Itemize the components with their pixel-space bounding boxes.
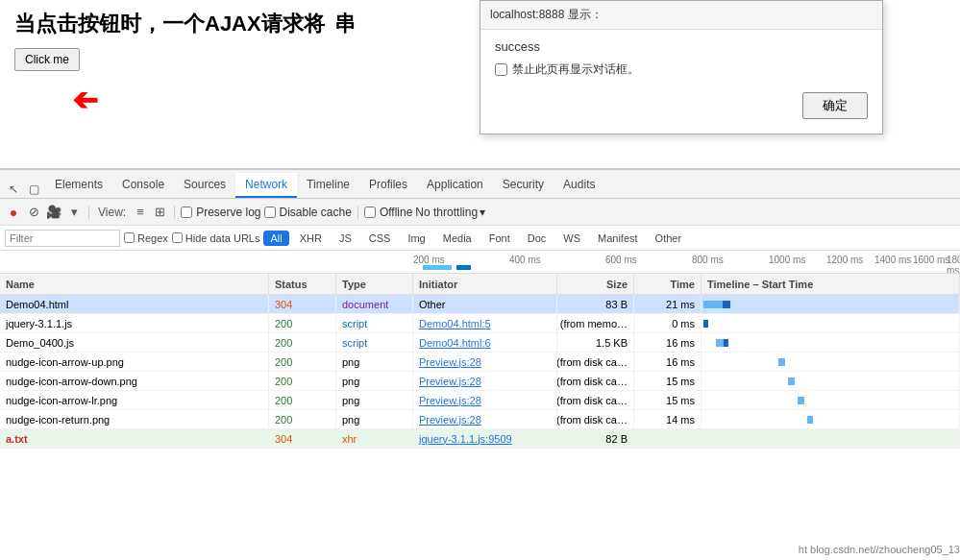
cell-timeline: [702, 410, 960, 428]
filter-manifest-button[interactable]: Manifest: [591, 231, 645, 246]
header-status[interactable]: Status: [269, 274, 336, 294]
hide-data-urls-label[interactable]: Hide data URLs: [172, 232, 260, 244]
filter-media-button[interactable]: Media: [436, 231, 479, 246]
filter-icon[interactable]: ▾: [65, 204, 83, 221]
timeline-preview-bar2: [456, 265, 471, 270]
table-row[interactable]: Demo04.html 304 document Other 83 B 21 m…: [0, 295, 960, 314]
filter-row: Regex Hide data URLs All XHR JS CSS Img …: [0, 226, 960, 251]
camera-icon[interactable]: 🎥: [45, 204, 62, 221]
table-row[interactable]: jquery-3.1.1.js 200 script Demo04.html:5…: [0, 314, 960, 333]
alert-dialog: localhost:8888 显示： success 禁止此页再显示对话框。 确…: [480, 0, 883, 134]
dialog-checkbox-row[interactable]: 禁止此页再显示对话框。: [495, 61, 868, 78]
view-icons: ≡ ⊞: [132, 204, 168, 221]
dialog-checkbox-label: 禁止此页再显示对话框。: [512, 61, 639, 78]
filter-xhr-button[interactable]: XHR: [293, 231, 329, 246]
table-row-atxt[interactable]: a.txt 304 xhr jquery-3.1.1.js:9509 82 B: [0, 429, 960, 449]
header-name[interactable]: Name: [0, 274, 269, 294]
cell-type: script: [336, 314, 413, 332]
cell-size: 83 B: [557, 295, 634, 313]
preserve-log-label[interactable]: Preserve log: [181, 206, 260, 219]
header-timeline[interactable]: Timeline – Start Time: [702, 274, 960, 294]
preserve-log-checkbox[interactable]: [181, 207, 192, 218]
header-time[interactable]: Time: [634, 274, 702, 294]
offline-checkbox[interactable]: [364, 207, 376, 218]
filter-input[interactable]: [5, 230, 120, 247]
cell-size: (from disk ca…: [557, 372, 634, 390]
cell-name: a.txt: [0, 429, 269, 448]
dialog-ok-button[interactable]: 确定: [802, 92, 868, 119]
regex-label[interactable]: Regex: [124, 232, 168, 244]
stop-button[interactable]: ⊘: [25, 204, 42, 221]
cell-status: 200: [269, 314, 336, 332]
cell-timeline: [702, 353, 960, 371]
tab-elements[interactable]: Elements: [45, 173, 112, 198]
tab-profiles[interactable]: Profiles: [359, 173, 417, 198]
header-size[interactable]: Size: [557, 274, 634, 294]
filter-doc-button[interactable]: Doc: [521, 231, 554, 246]
cell-initiator: Preview.js:28: [413, 353, 557, 371]
network-table: Name Status Type Initiator Size Time Tim…: [0, 274, 960, 560]
dialog-btn-row: 确定: [495, 92, 868, 124]
filter-js-button[interactable]: JS: [332, 231, 358, 246]
filter-font-button[interactable]: Font: [482, 231, 517, 246]
timeline-bar: [788, 377, 795, 385]
list-view-icon[interactable]: ≡: [132, 204, 149, 221]
tab-sources[interactable]: Sources: [174, 173, 235, 198]
filter-img-button[interactable]: Img: [401, 231, 431, 246]
cell-time: 15 ms: [634, 372, 702, 390]
tab-network[interactable]: Network: [235, 173, 297, 198]
tab-application[interactable]: Application: [417, 173, 493, 198]
offline-label[interactable]: Offline: [364, 206, 412, 219]
toolbar-sep2: [174, 206, 175, 219]
devtools-icon-square[interactable]: ▢: [25, 181, 42, 198]
cell-type: png: [336, 391, 413, 409]
regex-checkbox[interactable]: [124, 232, 135, 243]
devtools-icon-cursor[interactable]: ↖: [5, 181, 22, 198]
timeline-bar: [703, 320, 708, 328]
filter-ws-button[interactable]: WS: [556, 231, 587, 246]
dialog-success-text: success: [495, 39, 868, 54]
table-row[interactable]: nudge-icon-arrow-down.png 200 png Previe…: [0, 372, 960, 391]
table-row[interactable]: nudge-icon-arrow-lr.png 200 png Preview.…: [0, 391, 960, 410]
cell-time: 0 ms: [634, 314, 702, 332]
cell-initiator: Other: [413, 295, 557, 313]
disable-cache-checkbox[interactable]: [264, 207, 276, 218]
large-view-icon[interactable]: ⊞: [151, 204, 168, 221]
cell-type: document: [336, 295, 413, 313]
webpage-area: 当点击按钮时，一个AJAX请求将串 Click me ➔ localhost:8…: [0, 0, 960, 168]
dialog-no-show-checkbox[interactable]: [495, 63, 507, 76]
cell-size: (from memo…: [557, 314, 634, 332]
record-button[interactable]: ●: [5, 204, 22, 221]
cell-timeline: [702, 372, 960, 390]
timeline-bar: [778, 358, 785, 366]
timeline-400ms: 400 ms: [509, 255, 541, 265]
toolbar-sep3: [357, 206, 358, 219]
dialog-header: localhost:8888 显示：: [480, 1, 882, 30]
cell-status: 200: [269, 353, 336, 371]
click-me-button[interactable]: Click me: [14, 48, 80, 71]
cell-timeline: [702, 314, 960, 332]
table-row[interactable]: nudge-icon-arrow-up.png 200 png Preview.…: [0, 353, 960, 372]
cell-timeline: [702, 391, 960, 409]
cell-name: Demo04.html: [0, 295, 269, 313]
timeline-bar-dark: [723, 301, 730, 308]
disable-cache-label[interactable]: Disable cache: [264, 206, 352, 219]
tab-timeline[interactable]: Timeline: [297, 173, 359, 198]
filter-css-button[interactable]: CSS: [362, 231, 398, 246]
cell-name: nudge-icon-arrow-down.png: [0, 372, 269, 390]
header-initiator[interactable]: Initiator: [413, 274, 557, 294]
tab-console[interactable]: Console: [112, 173, 174, 198]
table-row[interactable]: Demo_0400.js 200 script Demo04.html:6 1.…: [0, 333, 960, 353]
timeline-bar: [807, 416, 813, 424]
timeline-1600ms: 1600 ms: [913, 255, 949, 265]
table-row[interactable]: nudge-icon-return.png 200 png Preview.js…: [0, 410, 960, 429]
filter-all-button[interactable]: All: [263, 231, 288, 246]
timeline-1200ms: 1200 ms: [826, 255, 863, 265]
tab-audits[interactable]: Audits: [554, 173, 604, 198]
devtools-tab-bar: ↖ ▢ Elements Console Sources Network Tim…: [0, 170, 960, 199]
tab-security[interactable]: Security: [493, 173, 554, 198]
throttle-dropdown[interactable]: No throttling ▾: [415, 206, 485, 219]
filter-other-button[interactable]: Other: [649, 231, 689, 246]
header-type[interactable]: Type: [336, 274, 413, 294]
hide-data-urls-checkbox[interactable]: [172, 232, 183, 243]
